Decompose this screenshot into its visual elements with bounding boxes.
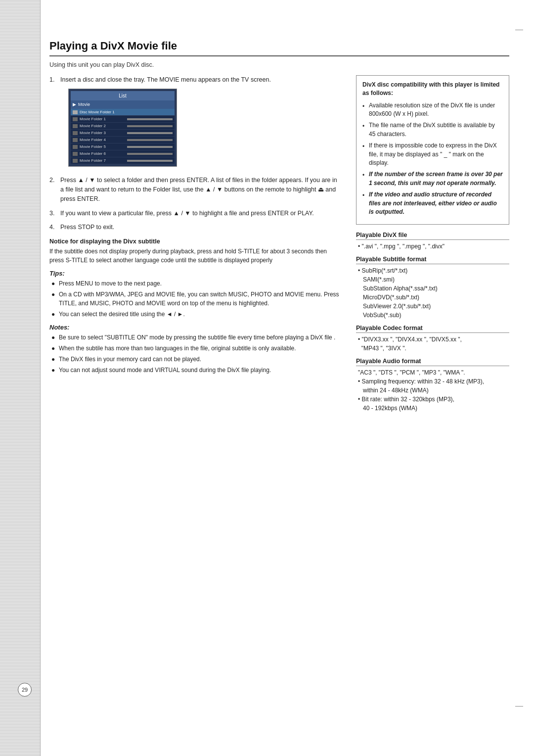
- note-item-2: ● When the subtile has more than two lan…: [49, 344, 342, 353]
- compat-title: DivX disc compatibility with this player…: [362, 81, 503, 97]
- playable-subtitle-content: • SubRip(*.srt/*.txt) SAMI(*.smi) SubSta…: [356, 266, 509, 320]
- tip-item-2: ● On a CD with MP3/WMA, JPEG and MOVIE f…: [49, 290, 342, 308]
- step-3-text: If you want to view a particular file, p…: [60, 209, 342, 218]
- step-1: 1. Insert a disc and close the tray. The…: [49, 75, 342, 171]
- bar-decoration: [127, 160, 173, 162]
- playable-divx-section: Playable DivX file • ".avi ", ".mpg ", "…: [356, 232, 509, 251]
- playable-subtitle-section: Playable Subtitle format • SubRip(*.srt/…: [356, 256, 509, 320]
- note-item-1: ● Be sure to select "SUBTITLE ON" mode b…: [49, 333, 342, 342]
- notes-title: Notes:: [49, 324, 342, 331]
- bullet-dot: •: [362, 102, 366, 119]
- compatibility-box: DivX disc compatibility with this player…: [356, 75, 509, 225]
- bullet-dot: ●: [51, 366, 56, 375]
- margin-mark-bottom: [515, 706, 523, 707]
- note-text-4: You can not adjust sound mode and VIRTUA…: [59, 366, 342, 375]
- screen-rows: Disc Movie Folder 1 Movie Folder 1 Movie…: [71, 109, 175, 164]
- left-column: 1. Insert a disc and close the tray. The…: [49, 75, 342, 418]
- step-2-text: Press ▲ / ▼ to select a folder and then …: [60, 176, 342, 203]
- subtitle-line-2: SubStation Alpha(*.ssa/*.txt): [358, 284, 509, 293]
- screen-row: Movie Folder 6: [71, 150, 175, 157]
- step-2: 2. Press ▲ / ▼ to select a folder and th…: [49, 176, 342, 203]
- screen-subheader: Movie: [78, 101, 90, 108]
- step-4-text: Press STOP to exit.: [60, 223, 342, 232]
- compat-bullet-0: • Available resolution size of the DivX …: [362, 101, 503, 119]
- compat-text-3: If the number of the screen frame is ove…: [369, 170, 503, 188]
- two-column-layout: 1. Insert a disc and close the tray. The…: [49, 75, 509, 418]
- folder-icon: [73, 159, 78, 163]
- bullet-dot: ●: [51, 333, 56, 342]
- audio-line-0: "AC3 ", "DTS ", "PCM ", "MP3 ", "WMA ".: [358, 368, 509, 377]
- bar-decoration: [127, 125, 173, 127]
- playable-codec-section: Playable Codec format • "DIVX3.xx ", "DI…: [356, 325, 509, 353]
- playable-audio-section: Playable Audio format "AC3 ", "DTS ", "P…: [356, 358, 509, 413]
- page-number: 29: [18, 683, 32, 697]
- playable-codec-title: Playable Codec format: [356, 325, 509, 333]
- tip-item-3: ● You can select the desired title using…: [49, 310, 342, 319]
- tip-text-1: Press MENU to move to the next page.: [59, 279, 342, 288]
- folder-icon: [73, 117, 78, 121]
- playable-divx-content: • ".avi ", ".mpg ", ".mpeg ", ".divx": [356, 242, 509, 251]
- tip-item-1: ● Press MENU to move to the next page.: [49, 279, 342, 288]
- notes-section: Notes: ● Be sure to select "SUBTITLE ON"…: [49, 324, 342, 375]
- tip-text-3: You can select the desired title using t…: [59, 310, 342, 319]
- bar-decoration: [127, 146, 173, 148]
- right-column: DivX disc compatibility with this player…: [356, 75, 509, 418]
- compat-text-0: Available resolution size of the DivX fi…: [369, 101, 503, 119]
- screen-row: Disc Movie Folder 1: [71, 109, 175, 116]
- page-title: Playing a DivX Movie file: [49, 40, 509, 56]
- step-4-number: 4.: [49, 223, 57, 232]
- playable-audio-title: Playable Audio format: [356, 358, 509, 366]
- folder-icon: [73, 110, 78, 114]
- screen-row: Movie Folder 1: [71, 116, 175, 123]
- compat-text-2: If there is impossible code to express i…: [369, 142, 503, 167]
- subtitle-line-5: VobSub(*.sub): [358, 311, 509, 320]
- playable-codec-content: • "DIVX3.xx ", "DIVX4.xx ", "DIVX5.xx ",…: [356, 335, 509, 353]
- step-3: 3. If you want to view a particular file…: [49, 209, 342, 218]
- audio-line-3: • Bit rate: within 32 - 320kbps (MP3),: [358, 395, 509, 404]
- subtitle-line-4: SubViewer 2.0(*.sub/*.txt): [358, 302, 509, 311]
- bullet-dot: •: [362, 122, 366, 139]
- folder-icon: [73, 124, 78, 128]
- compat-bullet-3: • If the number of the screen frame is o…: [362, 170, 503, 188]
- step-3-number: 3.: [49, 209, 57, 218]
- compat-text-1: The file name of the DivX subtitle is av…: [369, 121, 503, 139]
- playable-divx-title: Playable DivX file: [356, 232, 509, 240]
- compat-text-4: If the video and audio structure of reco…: [369, 190, 503, 216]
- compat-bullet-2: • If there is impossible code to express…: [362, 142, 503, 167]
- step-1-number: 1.: [49, 75, 57, 171]
- note-item-4: ● You can not adjust sound mode and VIRT…: [49, 366, 342, 375]
- tips-section: Tips: ● Press MENU to move to the next p…: [49, 270, 342, 319]
- bullet-dot: •: [362, 171, 366, 188]
- compat-bullet-4: • If the video and audio structure of re…: [362, 190, 503, 216]
- tips-title: Tips:: [49, 270, 342, 277]
- folder-icon: [73, 131, 78, 135]
- playable-subtitle-title: Playable Subtitle format: [356, 256, 509, 264]
- left-border-decoration: [0, 0, 41, 756]
- tip-text-2: On a CD with MP3/WMA, JPEG and MOVIE fil…: [59, 290, 342, 308]
- bullet-dot: ●: [51, 344, 56, 353]
- step-2-number: 2.: [49, 176, 57, 203]
- note-text-2: When the subtile has more than two langu…: [59, 344, 342, 353]
- audio-line-1: • Sampling frequency: within 32 - 48 kHz…: [358, 377, 509, 386]
- audio-line-4: 40 - 192kbps (WMA): [358, 404, 509, 413]
- folder-icon: [73, 138, 78, 142]
- folder-icon: [73, 152, 78, 156]
- bullet-dot: •: [362, 191, 366, 216]
- screen-row: Movie Folder 4: [71, 137, 175, 143]
- note-item-3: ● The DivX files in your memory card can…: [49, 355, 342, 364]
- margin-mark-top: [515, 30, 523, 30]
- step-1-text: Insert a disc and close the tray. The MO…: [60, 75, 342, 171]
- bar-decoration: [127, 153, 173, 155]
- bar-decoration: [127, 139, 173, 141]
- bullet-dot: ●: [51, 355, 56, 364]
- screen-header: List: [71, 91, 175, 100]
- note-text-1: Be sure to select "SUBTITLE ON" mode by …: [59, 333, 342, 342]
- playable-audio-content: "AC3 ", "DTS ", "PCM ", "MP3 ", "WMA ". …: [356, 368, 509, 413]
- bullet-dot: ●: [51, 279, 56, 288]
- screen-row: Movie Folder 7: [71, 157, 175, 164]
- subtitle-line-0: • SubRip(*.srt/*.txt): [358, 266, 509, 275]
- main-content: Playing a DivX Movie file Using this uni…: [49, 40, 509, 716]
- folder-icon: [73, 145, 78, 149]
- step-4: 4. Press STOP to exit.: [49, 223, 342, 232]
- screen-row: Movie Folder 5: [71, 143, 175, 150]
